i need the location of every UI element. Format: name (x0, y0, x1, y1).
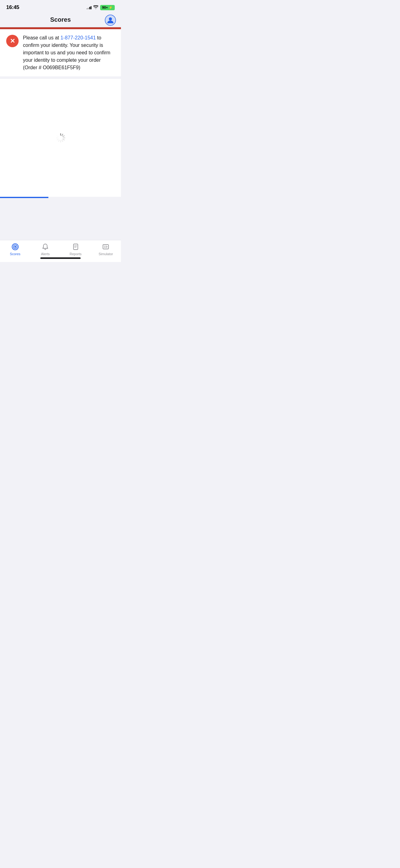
svg-point-2 (109, 18, 112, 21)
alert-phone-link[interactable]: 1-877-220-1541 (61, 35, 96, 40)
alert-card: ✕ Please call us at 1-877-220-1541 to co… (0, 29, 121, 76)
alert-error-icon: ✕ (6, 35, 19, 47)
user-profile-button[interactable] (105, 14, 116, 26)
alert-message: Please call us at 1-877-220-1541 to conf… (23, 34, 115, 71)
svg-rect-6 (73, 244, 78, 250)
page-header: Scores (0, 13, 121, 27)
loading-spinner (56, 133, 65, 143)
status-time: 16:45 (6, 4, 19, 10)
page-title: Scores (50, 16, 71, 23)
nav-tab-alerts[interactable]: Alerts (30, 243, 61, 256)
wifi-icon (93, 5, 98, 10)
signal-icon (87, 6, 92, 9)
reports-tab-label: Reports (69, 252, 81, 256)
scores-tab-label: Scores (10, 252, 21, 256)
nav-tab-scores[interactable]: Scores (0, 243, 30, 256)
scores-icon (11, 243, 19, 251)
svg-point-5 (14, 246, 16, 248)
svg-rect-9 (103, 245, 108, 249)
reports-icon (72, 243, 80, 251)
nav-tab-reports[interactable]: Reports (61, 243, 91, 256)
alerts-icon (41, 243, 49, 251)
status-icons: 90+⚡ (87, 5, 115, 10)
status-bar: 16:45 90+⚡ (0, 0, 121, 13)
battery-icon: 90+⚡ (100, 5, 115, 10)
simulator-icon (102, 243, 110, 251)
home-indicator (0, 257, 121, 261)
progress-indicator (0, 197, 48, 198)
content-area (0, 79, 121, 197)
nav-tab-simulator[interactable]: Simulator (91, 243, 121, 256)
alerts-tab-label: Alerts (41, 252, 49, 256)
simulator-tab-label: Simulator (99, 252, 113, 256)
